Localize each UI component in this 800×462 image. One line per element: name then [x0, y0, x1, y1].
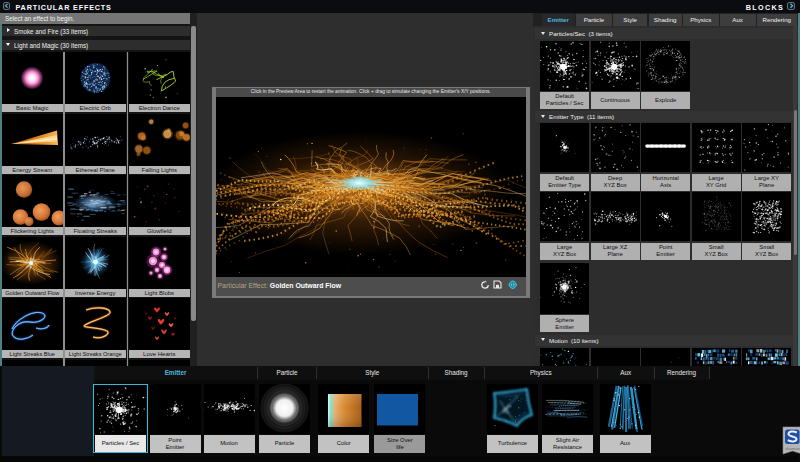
svg-text:shareae: shareae	[785, 446, 800, 451]
